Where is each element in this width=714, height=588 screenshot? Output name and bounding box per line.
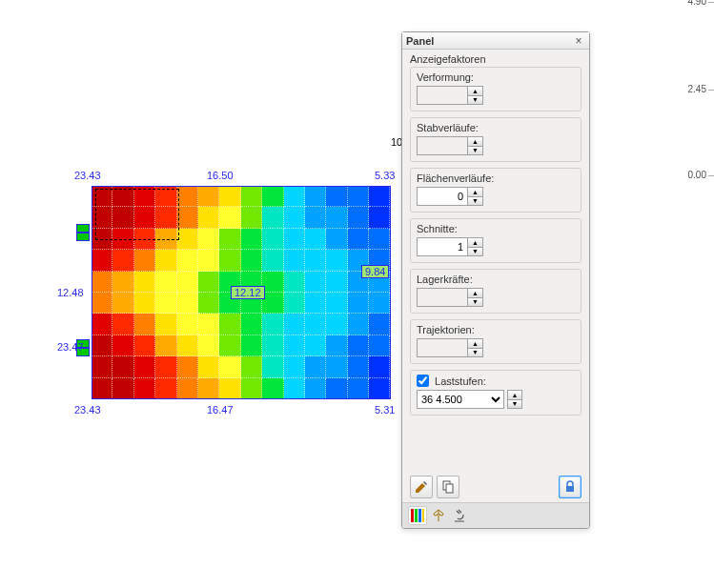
group-label: Stabverläufe: — [417, 122, 575, 133]
group-label: Trajektorien: — [417, 324, 575, 335]
trajekt-input[interactable] — [417, 338, 468, 357]
group-flaechenverlaeufe: Flächenverläufe: ▲▼ — [410, 168, 581, 213]
support-marker — [76, 224, 90, 233]
svg-rect-4 — [415, 509, 418, 522]
lager-input[interactable] — [417, 288, 468, 307]
group-label: Flächenverläufe: — [417, 172, 575, 184]
group-lagerkraefte: Lagerkräfte: ▲▼ — [410, 269, 581, 314]
schnitte-input[interactable] — [417, 237, 468, 256]
viewport: 4.90 2.45 0.00 23.43 16.50 5.33 23.43 16… — [0, 0, 714, 588]
edit-button[interactable] — [410, 476, 433, 498]
value-label: 5.31 — [375, 404, 395, 416]
pencil-icon — [414, 479, 429, 495]
copy-button[interactable] — [437, 476, 459, 498]
spinner-up-icon[interactable]: ▲ — [468, 188, 482, 197]
spinner-up-icon[interactable]: ▲ — [508, 391, 521, 400]
spinner-down-icon[interactable]: ▼ — [468, 96, 482, 105]
spinner-down-icon[interactable]: ▼ — [508, 400, 521, 409]
spinner-up-icon[interactable]: ▲ — [468, 339, 482, 349]
tab-colorbars[interactable] — [408, 506, 427, 525]
microscope-icon — [452, 508, 467, 523]
spinner-down-icon[interactable]: ▼ — [468, 298, 482, 307]
value-label: 23.43 — [74, 404, 101, 416]
value-label: 16.47 — [207, 404, 234, 416]
svg-rect-6 — [422, 509, 424, 522]
stab-input[interactable] — [417, 136, 468, 155]
panel-titlebar[interactable]: Panel × — [402, 32, 589, 50]
group-label: Schnitte: — [417, 223, 575, 234]
selection-box — [95, 189, 179, 240]
lock-icon — [562, 479, 578, 495]
group-trajektorien: Trajektorien: ▲▼ — [410, 319, 581, 364]
tab-microscope[interactable] — [450, 506, 469, 525]
value-label: 23.43 — [74, 170, 101, 181]
group-stabverlaeufe: Stabverläufe: ▲▼ — [410, 117, 581, 162]
laststufen-select[interactable]: 36 4.500 — [417, 390, 504, 409]
spinner-down-icon[interactable]: ▼ — [468, 197, 482, 206]
svg-rect-3 — [411, 509, 414, 522]
panel-tabstrip — [402, 502, 589, 528]
spinner-up-icon[interactable]: ▲ — [468, 87, 482, 96]
value-label: 16.50 — [207, 170, 234, 181]
axis-tick-bot: 0.00 — [688, 170, 706, 180]
spinner-up-icon[interactable]: ▲ — [468, 289, 482, 298]
verformung-input[interactable] — [417, 86, 468, 105]
spinner-up-icon[interactable]: ▲ — [468, 137, 482, 147]
value-label: 5.33 — [375, 170, 395, 181]
axis-tick-mid: 2.45 — [688, 84, 706, 94]
group-verformung: Verformung: ▲▼ — [410, 67, 581, 112]
tab-scales[interactable] — [429, 506, 448, 525]
svg-rect-2 — [566, 486, 574, 492]
group-label: Laststufen: — [417, 375, 575, 387]
laststufen-checkbox[interactable] — [417, 375, 429, 387]
spinner-down-icon[interactable]: ▼ — [468, 248, 482, 256]
panel-toolbar — [402, 472, 589, 502]
spinner-down-icon[interactable]: ▼ — [468, 147, 482, 155]
group-schnitte: Schnitte: ▲▼ — [410, 218, 581, 263]
colorbars-icon — [410, 508, 425, 523]
support-marker — [76, 233, 90, 241]
axis-tick-top: 4.90 — [688, 0, 706, 7]
value-label: 23.47 — [57, 341, 84, 353]
panel-window: Panel × Anzeigefaktoren Verformung: ▲▼ S… — [401, 31, 590, 529]
spinner-up-icon[interactable]: ▲ — [468, 238, 482, 248]
flaechen-input[interactable] — [417, 187, 468, 206]
copy-icon — [440, 479, 456, 495]
close-icon[interactable]: × — [572, 34, 585, 48]
panel-section-label: Anzeigefaktoren — [402, 50, 589, 67]
group-label: Verformung: — [417, 71, 575, 83]
panel-title: Panel — [406, 35, 434, 47]
svg-rect-1 — [446, 484, 453, 493]
value-label: 12.48 — [57, 287, 84, 298]
value-label-box: 12.12 — [231, 286, 265, 299]
scales-icon — [431, 508, 446, 523]
group-label: Lagerkräfte: — [417, 274, 575, 285]
lock-button[interactable] — [559, 476, 581, 498]
group-laststufen: Laststufen: 36 4.500 ▲▼ — [410, 370, 581, 416]
spinner-down-icon[interactable]: ▼ — [468, 349, 482, 357]
svg-rect-5 — [418, 509, 421, 522]
value-label-box: 9.84 — [361, 265, 389, 278]
